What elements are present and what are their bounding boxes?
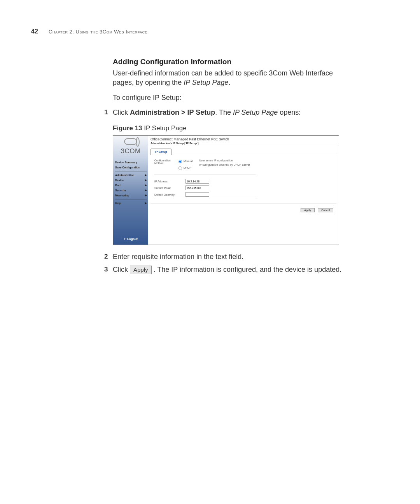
chevron-right-icon: ▶ [145,189,147,191]
cancel-button[interactable]: Cancel [318,208,333,212]
main-panel: OfficeConnect Managed Fast Ethernet PoE … [148,136,339,245]
configure-lead-in: To configure IP Setup: [113,93,354,102]
para1-c: . [229,79,231,86]
device-title: OfficeConnect Managed Fast Ethernet PoE … [148,136,339,141]
panel-divider-2 [154,199,256,199]
3com-ring-icon [124,138,137,145]
tab-ip-setup[interactable]: IP Setup [150,149,172,155]
config-method-label: Configuration Method [154,159,178,164]
logout-icon: ↪ [124,237,126,241]
brand-text: 3COM [121,147,140,155]
sidebar-item-security[interactable]: Security▶ [114,188,147,193]
figure-label-bold: Figure 13 [113,124,142,132]
sidebar: 3COM Device Summary Save Configuration A… [113,136,148,245]
sidebar-item-save-configuration[interactable]: Save Configuration [114,165,147,170]
step-2: 2 Enter requisite information in the tex… [113,252,354,262]
subnet-mask-input[interactable] [186,186,209,190]
radio-dhcp[interactable]: DHCP [178,166,199,171]
chevron-right-icon: ▶ [145,194,147,196]
sidebar-item-device-summary[interactable]: Device Summary [114,160,147,165]
chevron-right-icon: ▶ [145,173,147,176]
ip-setup-screenshot: 3COM Device Summary Save Configuration A… [113,135,339,245]
sidebar-item-monitoring[interactable]: Monitoring▶ [114,193,147,198]
desc-dhcp: IP configuration obtained by DHCP Server [199,163,250,166]
chevron-right-icon: ▶ [145,201,147,204]
step-1-b: Administration > IP Setup [130,108,215,116]
chevron-right-icon: ▶ [145,184,147,186]
sidebar-item-administration[interactable]: Administration▶ [114,173,147,178]
ip-address-input[interactable] [186,179,209,184]
desc-manual: User enters IP configuration [199,159,250,162]
step-3: 3 Click Apply . The IP information is co… [113,265,354,275]
step-3-a: Click [113,266,130,273]
inline-apply-button: Apply [130,266,152,274]
radio-manual[interactable]: Manual [178,159,199,164]
panel-divider [154,175,256,175]
step-1-d: IP Setup Page [233,108,278,116]
page-number: 42 [31,28,38,35]
step-3-number: 3 [104,265,108,274]
logo: 3COM [113,138,148,155]
step-2-number: 2 [104,252,108,261]
step-1-c: . The [215,108,233,116]
step-1: 1 Click Administration > IP Setup. The I… [113,108,354,117]
chevron-right-icon: ▶ [145,178,147,181]
step-2-text: Enter requisite information in the text … [113,253,243,261]
intro-paragraph: User-defined information can be added to… [113,68,354,88]
radio-dhcp-input[interactable] [178,166,182,170]
section-title: Adding Configuration Information [113,58,354,66]
nav-divider [115,199,147,200]
subnet-mask-label: Subnet Mask: [154,187,186,189]
ip-setup-page-ref: IP Setup Page [184,79,228,86]
breadcrumb: Administration > IP Setup [ IP Setup ] [148,141,339,146]
figure-13-label: Figure 13 IP Setup Page [113,124,354,132]
radio-manual-input[interactable] [178,160,182,163]
apply-button[interactable]: Apply [301,208,315,212]
nav-divider [115,171,147,172]
sidebar-item-port[interactable]: Port▶ [114,183,147,188]
step-3-b: . The IP information is configured, and … [154,266,342,273]
figure-label-rest: IP Setup Page [142,124,187,132]
step-1-e: opens: [278,108,301,116]
default-gateway-input[interactable] [186,192,209,197]
step-1-a: Click [113,108,130,116]
default-gateway-label: Default Gateway: [154,193,186,196]
chapter-header: Chapter 2: Using the 3Com Web Interface [49,29,147,35]
sidebar-item-device[interactable]: Device▶ [114,178,147,183]
logout-link[interactable]: ↪Logout [113,237,148,241]
ip-address-label: IP Address: [154,180,186,183]
sidebar-item-help[interactable]: Help▶ [114,201,147,206]
step-1-number: 1 [104,108,108,117]
